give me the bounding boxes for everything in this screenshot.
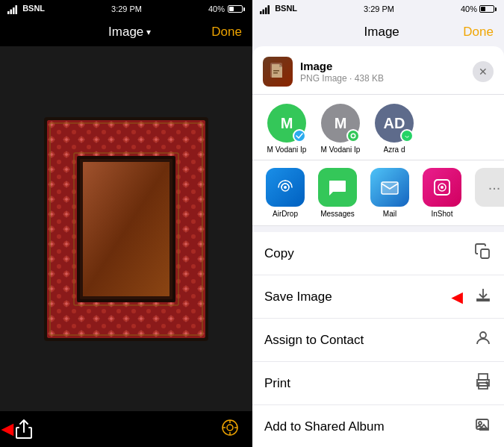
contact-name-1: M Vodani Ip bbox=[321, 146, 361, 154]
edit-icon bbox=[221, 419, 239, 437]
imessage-badge bbox=[346, 129, 360, 143]
airdrop-app-icon bbox=[266, 168, 305, 207]
right-battery: 40% bbox=[461, 4, 497, 13]
copy-label: Copy bbox=[264, 246, 294, 261]
contact-avatar-1: M bbox=[321, 104, 360, 143]
svg-rect-33 bbox=[273, 70, 279, 72]
mail-app-icon bbox=[370, 168, 409, 207]
app-item-mail[interactable]: Mail bbox=[367, 168, 412, 218]
print-icon bbox=[474, 372, 492, 394]
airdrop-label: AirDrop bbox=[273, 210, 298, 218]
share-button[interactable]: ◄ bbox=[13, 419, 34, 440]
svg-rect-30 bbox=[265, 7, 267, 14]
image-display bbox=[0, 46, 252, 411]
shared-album-action[interactable]: Add to Shared Album bbox=[252, 405, 504, 447]
photo-frame-image bbox=[44, 117, 208, 341]
copy-action[interactable]: Copy bbox=[252, 232, 504, 275]
mail-label: Mail bbox=[383, 210, 396, 218]
contacts-row: M M Vodani Ip M bbox=[252, 95, 504, 160]
red-arrow-left: ◄ bbox=[0, 417, 18, 441]
svg-point-36 bbox=[352, 134, 355, 137]
file-info: Image PNG Image · 438 KB bbox=[300, 60, 465, 84]
red-arrow-right: ◄ bbox=[447, 285, 467, 308]
shared-album-label: Add to Shared Album bbox=[264, 419, 385, 434]
action-list: Copy Save Image ◄ bbox=[252, 226, 504, 447]
contact-item-1[interactable]: M M Vodani Ip bbox=[317, 104, 364, 154]
left-done-button[interactable]: Done bbox=[211, 25, 242, 40]
save-image-label: Save Image bbox=[264, 290, 332, 304]
right-panel: BSNL 3:29 PM 40% Image Done bbox=[252, 0, 504, 447]
chevron-down-icon: ▾ bbox=[146, 27, 151, 37]
right-nav-title: Image bbox=[364, 25, 399, 40]
contact-avatar-2: AD bbox=[375, 104, 414, 143]
contact-item-2[interactable]: AD Azra d bbox=[370, 104, 418, 154]
svg-rect-45 bbox=[481, 249, 489, 258]
svg-point-49 bbox=[486, 382, 488, 384]
contact-name-2: Azra d bbox=[384, 146, 405, 154]
file-name: Image bbox=[300, 60, 465, 72]
file-icon bbox=[263, 57, 293, 87]
left-time: 3:29 PM bbox=[111, 4, 142, 13]
svg-point-39 bbox=[284, 186, 287, 189]
messages-label: Messages bbox=[320, 210, 355, 218]
svg-rect-3 bbox=[16, 5, 18, 14]
right-time: 3:29 PM bbox=[364, 4, 394, 13]
contact-avatar-0: M bbox=[267, 104, 306, 143]
app-item-inshot[interactable]: InShot bbox=[420, 168, 464, 218]
telegram-badge bbox=[293, 129, 306, 143]
print-action[interactable]: Print bbox=[252, 362, 504, 405]
svg-point-46 bbox=[480, 332, 486, 338]
save-icon bbox=[474, 286, 492, 307]
contact-item[interactable]: M M Vodani Ip bbox=[263, 104, 311, 154]
right-carrier: BSNL bbox=[260, 4, 297, 13]
svg-rect-40 bbox=[382, 182, 398, 194]
inshot-app-icon bbox=[423, 168, 461, 207]
left-panel: BSNL 3:29 PM 40% Image ▾ Done bbox=[0, 0, 252, 447]
share-close-button[interactable]: ✕ bbox=[473, 61, 494, 82]
contact-name-0: M Vodani Ip bbox=[267, 146, 307, 154]
save-image-action[interactable]: Save Image ◄ bbox=[252, 275, 504, 319]
svg-rect-31 bbox=[268, 5, 270, 14]
svg-rect-10 bbox=[83, 162, 169, 296]
edit-icon-btn[interactable] bbox=[221, 419, 239, 440]
svg-rect-47 bbox=[479, 374, 488, 380]
svg-point-23 bbox=[227, 425, 233, 431]
inshot-label: InShot bbox=[432, 210, 453, 218]
right-done-button[interactable]: Done bbox=[463, 25, 494, 40]
assign-contact-label: Assign to Contact bbox=[264, 333, 364, 348]
app-item-more[interactable]: ··· bbox=[472, 168, 504, 218]
print-label: Print bbox=[264, 376, 290, 391]
contact-icon bbox=[474, 329, 492, 351]
whatsapp-badge bbox=[400, 129, 414, 143]
left-battery: 40% bbox=[208, 4, 245, 13]
svg-point-37 bbox=[404, 133, 410, 139]
share-sheet: Image PNG Image · 438 KB ✕ M M Vodani Ip bbox=[252, 46, 504, 447]
svg-rect-2 bbox=[13, 7, 15, 14]
svg-rect-0 bbox=[7, 11, 10, 14]
right-nav-bar: Image Done bbox=[252, 18, 504, 46]
more-app-icon: ··· bbox=[475, 168, 504, 207]
left-status-bar: BSNL 3:29 PM 40% bbox=[0, 0, 252, 18]
right-status-bar: BSNL 3:29 PM 40% bbox=[252, 0, 504, 18]
svg-point-44 bbox=[441, 186, 444, 189]
svg-rect-28 bbox=[260, 11, 262, 14]
share-header: Image PNG Image · 438 KB ✕ bbox=[252, 46, 504, 95]
left-bottom-bar: ◄ bbox=[0, 411, 252, 447]
album-icon bbox=[474, 416, 492, 437]
share-icon bbox=[16, 419, 32, 439]
left-carrier: BSNL bbox=[7, 4, 45, 13]
messages-app-icon bbox=[318, 168, 357, 207]
svg-rect-1 bbox=[10, 9, 13, 14]
app-item-messages[interactable]: Messages bbox=[315, 168, 360, 218]
svg-rect-29 bbox=[263, 9, 265, 14]
apps-row: AirDrop Messages Mail bbox=[252, 160, 504, 226]
copy-icon bbox=[474, 243, 492, 264]
left-nav-bar: Image ▾ Done bbox=[0, 18, 252, 46]
assign-contact-action[interactable]: Assign to Contact bbox=[252, 319, 504, 362]
app-item-airdrop[interactable]: AirDrop bbox=[263, 168, 308, 218]
file-meta: PNG Image · 438 KB bbox=[300, 73, 465, 84]
svg-rect-34 bbox=[273, 72, 278, 74]
svg-point-51 bbox=[479, 422, 482, 425]
left-nav-title: Image ▾ bbox=[108, 25, 151, 40]
